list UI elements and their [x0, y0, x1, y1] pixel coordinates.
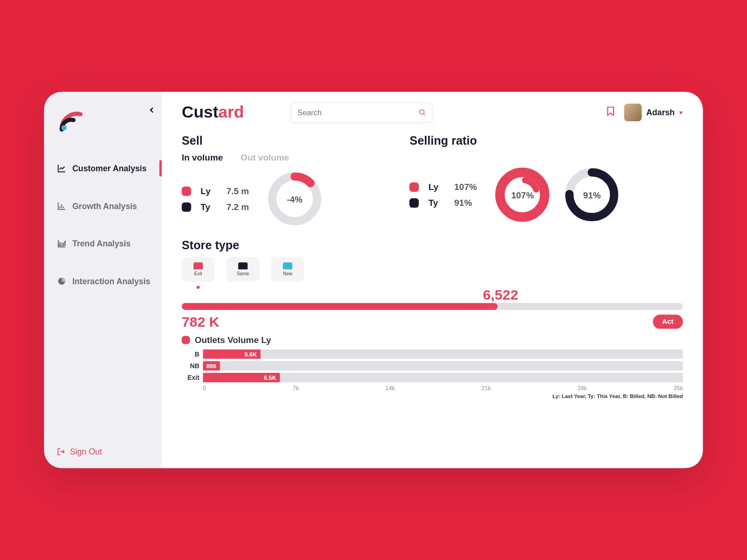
search-box[interactable]	[291, 102, 432, 122]
nav-label: Trend Analysis	[72, 239, 131, 248]
legend-footnote: Ly: Last Year, Ty: This Year, B: Billed,…	[182, 393, 683, 399]
sell-ly-label: Ly	[201, 186, 217, 196]
sidebar-item-interaction-analysis[interactable]: Interaction Analysis	[44, 271, 162, 292]
user-menu[interactable]: Adarsh ▾	[624, 104, 683, 121]
bar-chart-icon	[57, 201, 66, 210]
axis-tick: 14k	[386, 385, 395, 391]
logo	[59, 110, 162, 134]
bar-label: NB	[182, 362, 199, 369]
ratio-kv: Ly 107% Ty 91%	[409, 182, 482, 208]
store-icon	[283, 262, 292, 269]
ratio-row-ly: Ly 107%	[409, 182, 482, 192]
sell-ty-label: Ty	[201, 202, 217, 211]
bar-row-nb: NB 896	[182, 361, 683, 371]
sell-row-ly: Ly 7.5 m	[182, 186, 254, 196]
brand-title: Custard	[182, 103, 244, 122]
search-input[interactable]	[297, 108, 419, 117]
sell-row-ty: Ty 7.2 m	[182, 202, 254, 211]
store-type-new[interactable]: New	[271, 257, 304, 282]
store-type-exit[interactable]: Exit	[182, 257, 215, 282]
ratio-title: Selling ratio	[409, 134, 683, 148]
dot-navy-icon	[409, 198, 419, 207]
line-chart-icon	[57, 164, 66, 173]
ratio-ty-center: 91%	[563, 165, 621, 224]
selling-ratio-card: Selling ratio Ly 107% Ty 91%	[409, 134, 683, 229]
bar-value: 5.6K	[245, 350, 257, 359]
bar-label: B	[182, 350, 199, 357]
ratio-ly-value: 107%	[454, 182, 482, 192]
store-type-label: Same	[237, 271, 249, 276]
pie-chart-icon	[57, 276, 66, 286]
sign-out-label: Sign Out	[70, 447, 102, 456]
nav: Customer Analysis Growth Analysis Trend …	[44, 158, 162, 439]
store-top-value: 6,522	[182, 287, 518, 303]
axis-tick: 35k	[673, 385, 683, 391]
bar-row-b: B 5.6K	[182, 350, 683, 359]
sidebar: Customer Analysis Growth Analysis Trend …	[44, 92, 162, 468]
sell-title: Sell	[182, 134, 392, 148]
store-type-label: Exit	[194, 271, 202, 276]
store-type-title: Store type	[182, 239, 239, 252]
chevron-down-icon: ▾	[679, 109, 683, 116]
bar-value: 6.5K	[264, 373, 276, 382]
sell-delta-value: -4%	[265, 169, 324, 228]
store-progress-fill	[182, 303, 497, 310]
nav-label: Growth Analysis	[72, 201, 137, 210]
outlets-axis: 0 7k 14k 21k 28k 35k	[182, 385, 683, 391]
dot-navy-icon	[182, 202, 191, 211]
ratio-ly-center: 107%	[493, 165, 552, 224]
ratio-ty-value: 91%	[454, 198, 482, 208]
nav-label: Customer Analysis	[72, 164, 147, 173]
app-window: Customer Analysis Growth Analysis Trend …	[44, 92, 703, 468]
sell-delta-donut: -4%	[265, 169, 324, 228]
sign-out-button[interactable]: Sign Out	[44, 439, 162, 468]
chevron-left-icon	[149, 107, 155, 113]
store-icon	[238, 262, 247, 269]
store-type-same[interactable]: Same	[226, 257, 260, 282]
act-button[interactable]: Act	[653, 315, 683, 329]
avatar	[624, 104, 641, 121]
dot-red-icon	[182, 336, 190, 344]
sell-kv: Ly 7.5 m Ty 7.2 m	[182, 186, 254, 211]
collapse-sidebar-button[interactable]	[149, 105, 155, 116]
ratio-ty-label: Ty	[429, 198, 445, 208]
dot-red-icon	[182, 186, 191, 196]
brand-accent: ard	[218, 103, 244, 121]
bar-row-exit: Exit 6.5K	[182, 373, 683, 382]
dot-red-icon	[409, 182, 419, 191]
bar-value: 896	[206, 361, 216, 371]
sell-card: Sell In volume Out volume Ly 7.5 m	[182, 134, 392, 229]
main-content: Custard Adarsh ▾ Sell In	[162, 92, 703, 468]
ratio-donut-ly: 107%	[493, 165, 552, 224]
brand-first: Cust	[182, 103, 218, 121]
axis-tick: 7k	[293, 385, 299, 391]
sell-ty-value: 7.2 m	[226, 202, 254, 211]
axis-tick: 21k	[481, 385, 491, 391]
user-name: Adarsh	[646, 108, 675, 117]
store-icon	[193, 262, 203, 269]
sidebar-item-customer-analysis[interactable]: Customer Analysis	[44, 158, 162, 179]
svg-point-0	[62, 125, 67, 130]
area-chart-icon	[57, 239, 66, 248]
sidebar-item-growth-analysis[interactable]: Growth Analysis	[44, 196, 162, 217]
store-bottom-value: 782 K	[182, 314, 219, 330]
axis-tick: 28k	[578, 385, 587, 391]
axis-tick: 0	[203, 385, 206, 391]
top-actions: Adarsh ▾	[606, 104, 683, 121]
tab-out-volume[interactable]: Out volume	[240, 153, 289, 162]
bookmark-icon[interactable]	[606, 106, 615, 118]
tab-in-volume[interactable]: In volume	[182, 153, 223, 162]
store-type-label: New	[283, 271, 292, 276]
outlets-chart: B 5.6K NB 896 Exit 6.5K 0 7k 14k 21k 28k…	[182, 350, 683, 391]
topbar: Custard Adarsh ▾	[182, 102, 683, 122]
sell-ly-value: 7.5 m	[226, 186, 254, 196]
bar-label: Exit	[182, 374, 199, 381]
ratio-donut-ty: 91%	[563, 165, 621, 224]
outlets-title: Outlets Volume Ly	[195, 335, 271, 344]
sign-out-icon	[57, 448, 65, 456]
nav-label: Interaction Analysis	[72, 276, 150, 286]
ratio-ly-label: Ly	[429, 182, 445, 192]
sidebar-item-trend-analysis[interactable]: Trend Analysis	[44, 233, 162, 254]
svg-point-2	[420, 110, 424, 114]
search-icon	[419, 109, 426, 116]
